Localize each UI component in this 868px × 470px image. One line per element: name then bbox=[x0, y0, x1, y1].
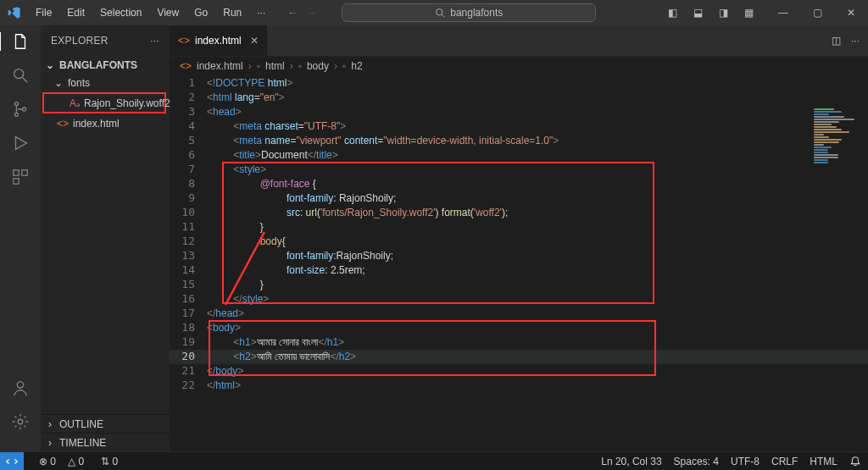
line-number: 4 bbox=[170, 119, 207, 134]
html-file-icon: <> bbox=[180, 60, 192, 72]
search-view-icon[interactable] bbox=[11, 66, 30, 85]
toggle-panel-left-icon[interactable]: ◧ bbox=[659, 7, 685, 19]
breadcrumb[interactable]: <> index.html › ▫ html › ▫ body › ▫ h2 bbox=[170, 56, 868, 75]
file-html[interactable]: <> index.html bbox=[41, 114, 170, 132]
notifications-icon[interactable] bbox=[849, 456, 861, 467]
outline-section[interactable]: › OUTLINE bbox=[41, 414, 170, 433]
line-number: 19 bbox=[170, 335, 207, 350]
toggle-panel-right-icon[interactable]: ◨ bbox=[710, 7, 736, 19]
close-tab-icon[interactable]: ✕ bbox=[250, 35, 259, 47]
svg-point-6 bbox=[23, 108, 26, 111]
breadcrumb-h2[interactable]: h2 bbox=[351, 60, 362, 72]
html-file-icon: <> bbox=[178, 35, 190, 47]
tag-icon: ▫ bbox=[342, 60, 346, 72]
project-root[interactable]: ⌄ BANGLAFONTS bbox=[41, 56, 170, 74]
menu-more[interactable]: ··· bbox=[250, 3, 272, 22]
errors-count[interactable]: ⊗ 0 bbox=[39, 456, 56, 467]
split-editor-icon[interactable]: ◫ bbox=[832, 35, 841, 47]
line-number: 16 bbox=[170, 292, 207, 307]
timeline-section[interactable]: › TIMELINE bbox=[41, 433, 170, 451]
run-debug-icon[interactable] bbox=[11, 134, 30, 152]
editor-area: <> index.html ✕ ◫ ··· <> index.html › ▫ … bbox=[170, 25, 868, 451]
svg-rect-7 bbox=[14, 170, 19, 175]
menu-view[interactable]: View bbox=[150, 3, 186, 22]
sidebar: EXPLORER ··· ⌄ BANGLAFONTS ⌄ fonts Aₐ Ra… bbox=[41, 25, 170, 451]
folder-fonts[interactable]: ⌄ fonts bbox=[41, 74, 170, 91]
settings-icon[interactable] bbox=[11, 412, 30, 431]
explorer-view-icon[interactable] bbox=[0, 32, 40, 51]
minimap[interactable] bbox=[814, 108, 865, 210]
project-name: BANGLAFONTS bbox=[59, 59, 137, 71]
line-number: 15 bbox=[170, 278, 207, 292]
line-number: 1 bbox=[170, 76, 207, 91]
line-number: 6 bbox=[170, 148, 207, 163]
error-icon: ⊗ bbox=[39, 456, 47, 467]
file-name: index.html bbox=[73, 118, 120, 130]
accounts-icon[interactable] bbox=[11, 379, 30, 397]
menu-run[interactable]: Run bbox=[216, 3, 248, 22]
menubar: File Edit Selection View Go Run ··· bbox=[29, 3, 272, 22]
svg-point-4 bbox=[14, 102, 18, 106]
menu-selection[interactable]: Selection bbox=[93, 3, 148, 22]
toggle-panel-bottom-icon[interactable]: ⬓ bbox=[685, 7, 710, 19]
line-number: 5 bbox=[170, 134, 207, 148]
chevron-down-icon: ⌄ bbox=[44, 59, 56, 71]
folder-name: fonts bbox=[68, 77, 90, 89]
source-control-icon[interactable] bbox=[11, 100, 30, 119]
svg-rect-9 bbox=[14, 179, 19, 184]
chevron-right-icon: › bbox=[248, 60, 252, 72]
file-font[interactable]: Aₐ Rajon_Shoily.woff2 bbox=[44, 94, 164, 112]
line-number: 10 bbox=[170, 206, 207, 220]
breadcrumb-html[interactable]: html bbox=[265, 60, 285, 72]
tag-icon: ▫ bbox=[257, 60, 260, 72]
breadcrumb-file[interactable]: index.html bbox=[197, 60, 243, 72]
menu-file[interactable]: File bbox=[29, 3, 58, 22]
html-file-icon: <> bbox=[56, 118, 70, 130]
more-actions-icon[interactable]: ··· bbox=[851, 35, 860, 47]
close-button[interactable]: ✕ bbox=[834, 0, 868, 25]
menu-edit[interactable]: Edit bbox=[60, 3, 92, 22]
line-number: 13 bbox=[170, 249, 207, 263]
line-number: 20 bbox=[170, 350, 207, 364]
cursor-position[interactable]: Ln 20, Col 33 bbox=[601, 456, 661, 467]
customize-layout-icon[interactable]: ▦ bbox=[736, 7, 761, 19]
status-bar: ⊗ 0 △ 0 ⇅ 0 Ln 20, Col 33 Spaces: 4 UTF-… bbox=[0, 451, 868, 470]
tab-label: index.html bbox=[195, 35, 242, 47]
language-mode[interactable]: HTML bbox=[810, 456, 837, 467]
line-number: 12 bbox=[170, 235, 207, 249]
encoding[interactable]: UTF-8 bbox=[731, 456, 760, 467]
command-center[interactable]: banglafonts bbox=[342, 3, 596, 22]
warnings-count[interactable]: △ 0 bbox=[68, 456, 84, 467]
extensions-icon[interactable] bbox=[11, 168, 30, 186]
window-controls: — ▢ ✕ bbox=[766, 0, 868, 25]
remote-indicator[interactable] bbox=[0, 452, 24, 471]
line-number: 11 bbox=[170, 220, 207, 235]
line-number: 8 bbox=[170, 177, 207, 191]
nav-arrows: ← → bbox=[287, 7, 316, 19]
outline-label: OUTLINE bbox=[59, 418, 103, 430]
explorer-header: EXPLORER ··· bbox=[41, 25, 170, 56]
chevron-right-icon: › bbox=[44, 418, 56, 430]
timeline-label: TIMELINE bbox=[59, 437, 106, 449]
explorer-more-icon[interactable]: ··· bbox=[150, 35, 159, 47]
menu-go[interactable]: Go bbox=[187, 3, 214, 22]
svg-line-1 bbox=[442, 14, 444, 17]
vscode-logo-icon bbox=[0, 6, 29, 19]
chevron-right-icon: › bbox=[290, 60, 293, 72]
indentation[interactable]: Spaces: 4 bbox=[674, 456, 719, 467]
tag-icon: ▫ bbox=[298, 60, 302, 72]
maximize-button[interactable]: ▢ bbox=[800, 0, 834, 25]
svg-point-11 bbox=[18, 419, 23, 424]
minimize-button[interactable]: — bbox=[766, 0, 800, 25]
eol[interactable]: CRLF bbox=[771, 456, 798, 467]
nav-forward-icon[interactable]: → bbox=[306, 7, 316, 19]
line-number: 17 bbox=[170, 307, 207, 321]
tab-index-html[interactable]: <> index.html ✕ bbox=[170, 25, 267, 56]
activity-bar bbox=[0, 25, 41, 451]
breadcrumb-body[interactable]: body bbox=[307, 60, 329, 72]
explorer-title: EXPLORER bbox=[51, 35, 108, 47]
svg-point-10 bbox=[17, 382, 23, 388]
nav-back-icon[interactable]: ← bbox=[287, 7, 298, 19]
code-editor[interactable]: 1<!DOCTYPE html> 2<html lang="en"> 3<hea… bbox=[170, 75, 868, 451]
ports-count[interactable]: ⇅ 0 bbox=[101, 456, 118, 467]
